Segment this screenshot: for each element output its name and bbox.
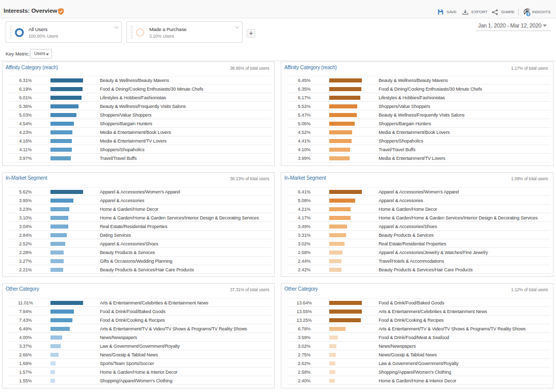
- svg-text:6: 6: [527, 12, 529, 16]
